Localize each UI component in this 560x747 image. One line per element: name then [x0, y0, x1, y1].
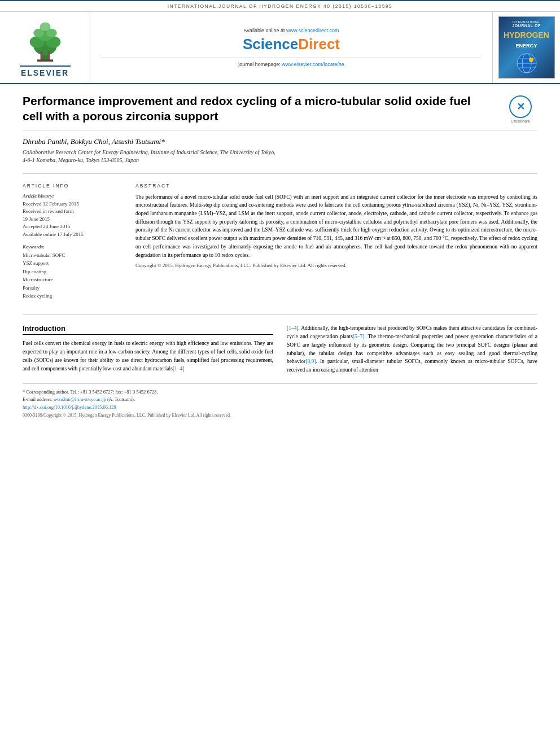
abstract-label: Abstract	[135, 183, 537, 189]
elsevier-brand-text: ELSEVIER	[20, 65, 71, 77]
journal-homepage-link[interactable]: www.elsevier.com/locate/he	[282, 62, 344, 67]
accepted-date: Accepted 24 June 2015	[23, 223, 124, 231]
journal-header-bar: International Journal of Hydrogen Energy…	[0, 0, 560, 12]
article-history-title: Article history:	[23, 193, 124, 199]
intro-ref1-rebuilt[interactable]: [1–4]	[173, 366, 185, 372]
keyword-1: Micro-tubular SOFC	[23, 251, 124, 259]
right-ref2-rebuilt[interactable]: [5–7]	[353, 334, 365, 339]
footnote-corresponding: * Corresponding author. Tel.: +81 3 5452…	[23, 388, 537, 396]
svg-rect-8	[40, 51, 42, 60]
received-revised-date: 19 June 2015	[23, 216, 124, 224]
abstract-text: The performance of a novel micro-tubular…	[135, 193, 537, 260]
available-online-date: Available online 17 July 2015	[23, 231, 124, 239]
main-content: Performance improvement and redox cyclin…	[0, 84, 560, 427]
right-ref3-rebuilt[interactable]: [8,9]	[305, 359, 316, 364]
email-label: E-mail address:	[23, 396, 53, 402]
email-link[interactable]: a-tsu2mi@iis.u-tokyo.ac.jp	[54, 396, 106, 402]
elsevier-tree-icon	[20, 18, 71, 63]
journal-cover-area: International Journal of HYDROGEN ENERGY	[492, 12, 560, 83]
affiliation-line1: Collaborative Research Center for Energy…	[23, 149, 275, 155]
body-section: Introduction Fuel cells convert the chem…	[23, 324, 537, 374]
keywords-label: Keywords:	[23, 244, 124, 250]
copyright-text: Copyright © 2015, Hydrogen Energy Public…	[135, 263, 537, 268]
introduction-heading: Introduction	[23, 324, 273, 335]
footnote-section: * Corresponding author. Tel.: +81 3 5452…	[23, 383, 537, 418]
cover-hydrogen-text: HYDROGEN	[504, 31, 549, 40]
crossmark-badge: ✕ CrossMark	[504, 95, 537, 123]
tel-fax: Tel.: +81 3 5452 6727; fax: +81 3 5452 6…	[70, 389, 158, 395]
available-online-link[interactable]: www.sciencedirect.com	[286, 28, 339, 33]
cover-globe-icon	[515, 52, 538, 75]
sd-direct-text: Direct	[298, 36, 340, 53]
authors-line: Dhruba Panthi, Bokkyu Choi, Atsushi Tsut…	[23, 137, 537, 146]
svg-rect-10	[37, 59, 53, 62]
divider-2	[23, 314, 537, 315]
divider-1	[23, 173, 537, 174]
keyword-3: Dip coating	[23, 268, 124, 276]
elsevier-logo: ELSEVIER	[20, 18, 71, 77]
received-date: Received 12 February 2015	[23, 200, 124, 208]
article-history-group: Article history: Received 12 February 20…	[23, 193, 124, 239]
affiliation-line2: 4-6-1 Komaba, Meguro-ku, Tokyo 153-8505,…	[23, 157, 139, 163]
keyword-6: Redox cycling	[23, 292, 124, 300]
available-online-text: Available online at www.sciencedirect.co…	[244, 28, 339, 33]
right-col-paragraph: [1–4]. Additionally, the high-temperatur…	[287, 324, 537, 374]
article-info-column: Article Info Article history: Received 1…	[23, 183, 124, 306]
info-abstract-section: Article Info Article history: Received 1…	[23, 183, 537, 306]
corresponding-label: * Corresponding author.	[23, 389, 69, 395]
elsevier-logo-area: ELSEVIER	[0, 12, 90, 83]
journal-citation: International Journal of Hydrogen Energy…	[168, 3, 393, 9]
doi-anchor[interactable]: http://dx.doi.org/10.1016/j.ijhydene.201…	[23, 404, 116, 410]
doi-link[interactable]: http://dx.doi.org/10.1016/j.ijhydene.201…	[23, 404, 537, 410]
article-title-section: Performance improvement and redox cyclin…	[23, 93, 537, 130]
email-name: (A. Tsutsumi).	[107, 396, 135, 402]
crossmark-label: CrossMark	[511, 119, 530, 123]
svg-rect-9	[47, 51, 50, 60]
abstract-column: Abstract The performance of a novel micr…	[135, 183, 537, 306]
affiliation: Collaborative Research Center for Energy…	[23, 148, 537, 164]
svg-point-16	[529, 58, 533, 62]
keyword-2: YSZ support	[23, 259, 124, 267]
keyword-4: Microstructure	[23, 276, 124, 283]
journal-cover-image: International Journal of HYDROGEN ENERGY	[498, 16, 555, 78]
bottom-copyright: 0360-3199/Copyright © 2015, Hydrogen Ene…	[23, 413, 537, 418]
keyword-5: Porosity	[23, 284, 124, 292]
received-revised-label: Received in revised form	[23, 208, 124, 216]
right-ref1-rebuilt[interactable]: [1–4]	[287, 325, 299, 331]
sd-science-text: Science	[243, 36, 298, 53]
sciencedirect-brand: ScienceDirect	[243, 36, 340, 53]
header-section: ELSEVIER Available online at www.science…	[0, 12, 560, 84]
footnote-email: E-mail address: a-tsu2mi@iis.u-tokyo.ac.…	[23, 396, 537, 403]
cover-energy-text: ENERGY	[515, 43, 537, 49]
body-right-column: [1–4]. Additionally, the high-temperatur…	[287, 324, 537, 374]
body-left-column: Introduction Fuel cells convert the chem…	[23, 324, 273, 374]
keywords-group: Keywords: Micro-tubular SOFC YSZ support…	[23, 244, 124, 300]
article-info-label: Article Info	[23, 183, 124, 189]
introduction-paragraph: Fuel cells convert the chemical energy i…	[23, 339, 273, 373]
journal-homepage-bar: journal homepage: www.elsevier.com/locat…	[102, 58, 481, 67]
svg-point-7	[40, 22, 50, 30]
cover-intl-text: International Journal of	[512, 20, 540, 28]
crossmark-icon: ✕	[509, 95, 532, 118]
article-title: Performance improvement and redox cyclin…	[23, 93, 504, 124]
sciencedirect-area: Available online at www.sciencedirect.co…	[90, 12, 492, 83]
